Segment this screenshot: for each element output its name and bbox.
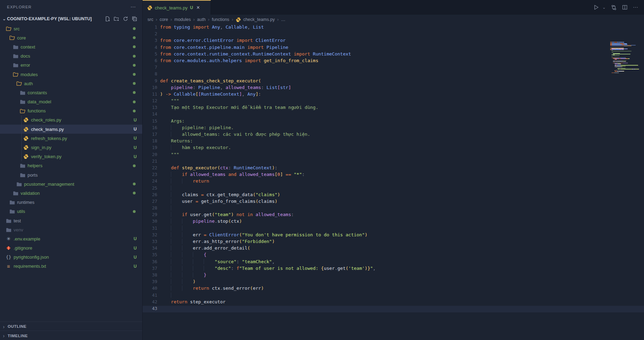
code-line-9[interactable]: def create_teams_check_step_executor(	[160, 78, 609, 85]
line-number[interactable]: 28	[143, 205, 160, 212]
line-number[interactable]: 38	[143, 272, 160, 279]
tree-item-constants[interactable]: constants	[0, 88, 142, 97]
code-line-21[interactable]	[160, 158, 609, 165]
tree-item-refresh-tokens-py[interactable]: refresh_tokens.pyU	[0, 134, 142, 143]
chevron-down-icon[interactable]: ⌄	[603, 5, 606, 10]
code-line-29[interactable]: if user.get("team") not in allowed_teams…	[160, 212, 609, 219]
tree-item-auth[interactable]: auth	[0, 79, 142, 88]
code-line-31[interactable]	[160, 226, 609, 232]
run-icon[interactable]	[593, 4, 599, 10]
tree-item-error[interactable]: error	[0, 61, 142, 70]
split-editor-icon[interactable]	[622, 5, 628, 10]
line-number[interactable]: 12	[143, 98, 160, 105]
tree-item-venv[interactable]: venv	[0, 225, 142, 234]
code-line-35[interactable]: {	[160, 252, 609, 259]
line-number[interactable]: 25	[143, 185, 160, 192]
line-number[interactable]: 5	[143, 51, 160, 58]
code-line-42[interactable]: return step_executor	[160, 299, 609, 306]
collapse-folders-icon[interactable]	[132, 16, 137, 22]
code-line-34[interactable]: err.add_error_detail(	[160, 245, 609, 252]
code-line-5[interactable]: from core.context.runtime_context.Runtim…	[160, 51, 609, 58]
line-number[interactable]: 20	[143, 152, 160, 158]
tree-item-validation[interactable]: validation	[0, 189, 142, 198]
line-number[interactable]: 19	[143, 145, 160, 151]
more-actions-icon[interactable]: ⋯	[633, 4, 638, 10]
line-number[interactable]: 10	[143, 85, 160, 91]
line-number[interactable]: 43	[143, 306, 160, 312]
code-line-24[interactable]: return	[160, 178, 609, 185]
line-number[interactable]: 27	[143, 199, 160, 205]
code-line-23[interactable]: if allowed_teams and allowed_teams[0] ==…	[160, 172, 609, 178]
code-line-39[interactable]: )	[160, 279, 609, 286]
tree-item-ports[interactable]: ports	[0, 170, 142, 179]
line-number[interactable]: 7	[143, 65, 160, 71]
line-number[interactable]: 29	[143, 212, 160, 219]
tree-item-functions[interactable]: functions	[0, 106, 142, 116]
line-number[interactable]: 21	[143, 158, 160, 165]
new-folder-icon[interactable]	[114, 16, 119, 22]
code-line-10[interactable]: pipeline: Pipeline, allowed_teams: List[…	[160, 85, 609, 91]
tree-item-pcustomer-management[interactable]: pcustomer_management	[0, 179, 142, 189]
line-number[interactable]: 8	[143, 71, 160, 78]
code-line-36[interactable]: "source": "teamCheck",	[160, 259, 609, 266]
refresh-explorer-icon[interactable]	[123, 16, 128, 22]
project-root-row[interactable]: ⌄ COGNITO-EXAMPLE-PY [WSL: UBUNTU]	[0, 14, 142, 24]
code-line-30[interactable]: pipeline.stop(ctx)	[160, 219, 609, 225]
explorer-more-actions-icon[interactable]: ⋯	[130, 4, 136, 10]
tree-item-modules[interactable]: modules	[0, 70, 142, 79]
line-number[interactable]: 11	[143, 91, 160, 98]
code-line-16[interactable]: pipeline: pipeline.	[160, 125, 609, 132]
line-number[interactable]: 30	[143, 219, 160, 225]
code-line-41[interactable]	[160, 293, 609, 299]
code-line-43[interactable]	[160, 306, 609, 312]
tree-item-check-teams-py[interactable]: check_teams.pyU	[0, 125, 142, 134]
line-number[interactable]: 26	[143, 192, 160, 199]
code-line-7[interactable]	[160, 65, 609, 71]
line-number[interactable]: 9	[143, 78, 160, 85]
code-line-33[interactable]: err.as_http_error("Forbidden")	[160, 239, 609, 245]
editor-pane[interactable]: 1234567891011121314151617181920212223242…	[143, 24, 644, 340]
line-number[interactable]: 1	[143, 24, 160, 31]
tree-item-pyrightconfig-json[interactable]: {}pyrightconfig.jsonU	[0, 253, 142, 262]
code-line-13[interactable]: Tạo một Step Executor mới để kiểm tra te…	[160, 105, 609, 111]
line-number[interactable]: 16	[143, 125, 160, 132]
code-line-1[interactable]: from typing import Any, Callable, List	[160, 24, 609, 31]
tree-item-core[interactable]: core	[0, 33, 142, 42]
breadcrumb-item-core[interactable]: core	[160, 17, 168, 22]
breadcrumb-item-modules[interactable]: modules	[174, 17, 191, 22]
code-line-20[interactable]: """	[160, 152, 609, 158]
new-file-icon[interactable]	[105, 16, 110, 22]
code-line-18[interactable]: Returns:	[160, 138, 609, 145]
code-line-12[interactable]: """	[160, 98, 609, 105]
line-number[interactable]: 24	[143, 178, 160, 185]
code-area[interactable]: from typing import Any, Callable, Listfr…	[160, 24, 609, 312]
line-number[interactable]: 15	[143, 118, 160, 125]
line-number[interactable]: 23	[143, 172, 160, 178]
code-line-25[interactable]	[160, 185, 609, 192]
minimap[interactable]	[610, 42, 643, 74]
code-line-14[interactable]	[160, 111, 609, 118]
tree-item-sign-in-py[interactable]: sign_in.pyU	[0, 143, 142, 152]
tree-item-test[interactable]: test	[0, 216, 142, 225]
code-line-37[interactable]: "desc": f"Team of user is not allowed: {…	[160, 266, 609, 272]
code-line-2[interactable]	[160, 31, 609, 38]
tree-item-utils[interactable]: utils	[0, 207, 142, 216]
line-number[interactable]: 3	[143, 38, 160, 44]
code-line-4[interactable]: from core.context.pipeline.main import P…	[160, 45, 609, 51]
tree-item-src[interactable]: src	[0, 24, 142, 33]
line-number[interactable]: 42	[143, 299, 160, 306]
code-line-38[interactable]: }	[160, 272, 609, 279]
code-line-6[interactable]: from core.modules.auth.helpers import ge…	[160, 58, 609, 65]
code-line-17[interactable]: allowed_teams: các vai trò được phép thự…	[160, 132, 609, 138]
code-line-8[interactable]	[160, 71, 609, 78]
line-number[interactable]: 14	[143, 111, 160, 118]
line-number[interactable]: 13	[143, 105, 160, 111]
code-line-22[interactable]: def step_executor(ctx: RuntimeContext):	[160, 165, 609, 172]
breadcrumb-symbol[interactable]: …	[281, 17, 286, 22]
line-number[interactable]: 2	[143, 31, 160, 38]
tree-item-requirements-txt[interactable]: ≡requirements.txtU	[0, 262, 142, 271]
code-line-11[interactable]: ) -> Callable[[RuntimeContext], Any]:	[160, 91, 609, 98]
tree-item-data-model[interactable]: data_model	[0, 97, 142, 106]
code-line-15[interactable]: Args:	[160, 118, 609, 125]
code-line-28[interactable]	[160, 205, 609, 212]
